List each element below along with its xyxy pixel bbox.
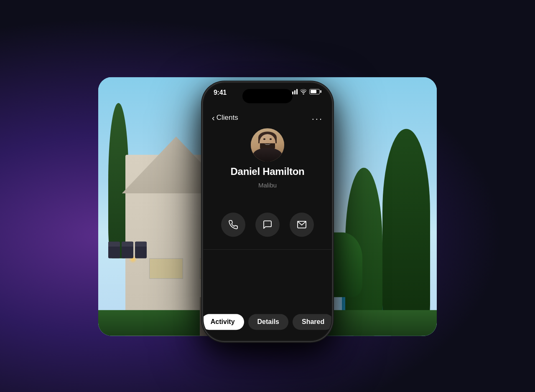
phone-screen: 9:41 [204,83,331,340]
profile-name: Daniel Hamilton [231,166,305,177]
action-buttons [204,212,331,237]
profile-location: Malibu [258,182,277,189]
chat-icon [262,220,273,230]
phone-button[interactable] [221,212,245,237]
battery-icon [309,89,321,94]
phone: 9:41 [203,82,332,341]
back-label: Clients [217,114,238,122]
tab-shared[interactable]: Shared [293,314,331,330]
profile-section: Daniel Hamilton Malibu [204,128,331,189]
tab-details[interactable]: Details [248,314,288,330]
phone-icon [228,220,238,230]
avatar [251,128,284,162]
back-button[interactable]: ‹ Clients [212,114,238,122]
nav-bar: ‹ Clients ... [204,107,331,128]
more-button[interactable]: ... [312,112,323,123]
wifi-icon [300,89,307,94]
tab-activity[interactable]: Activity [204,314,244,330]
divider [204,249,331,250]
email-button[interactable] [290,212,314,237]
status-icons [290,89,321,94]
back-chevron-icon: ‹ [212,114,215,122]
email-icon [297,220,307,230]
tab-bar: Activity Details Shared [204,314,331,330]
status-time: 9:41 [214,89,227,96]
chat-button[interactable] [255,212,280,237]
dynamic-island [242,89,293,103]
